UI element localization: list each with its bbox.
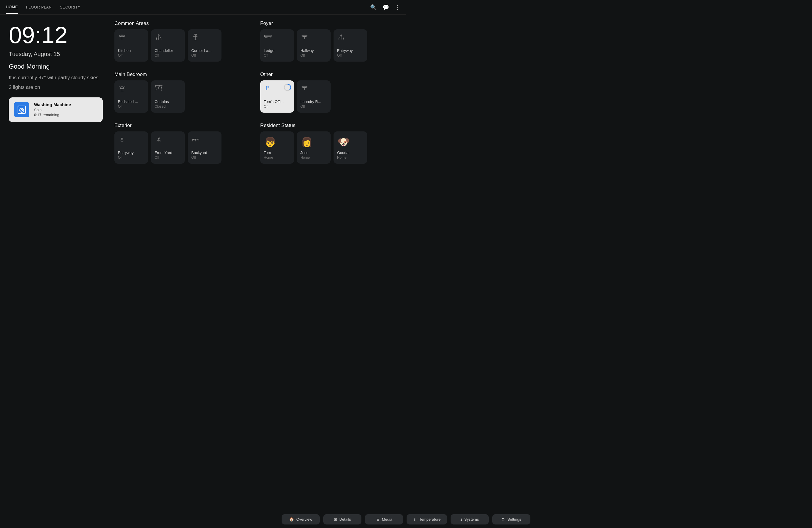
svg-point-26 [302,35,307,37]
svg-rect-4 [20,107,21,107]
svg-point-30 [340,35,342,36]
tile-bedside-lamp[interactable]: Bedside L... Off [114,80,148,113]
curtains-name: Curtains [155,100,169,104]
foyer-section: Foyer [260,20,400,62]
washing-machine-title: Washing Machine [34,102,71,107]
hallway-name: Hallway [300,48,314,54]
tile-front-yard[interactable]: Front Yard Off [151,131,185,164]
tile-jess[interactable]: 👩 Jess Home [297,131,331,164]
corner-lamp-name: Corner La... [191,48,212,54]
tile-backyard[interactable]: Backyard Off [188,131,221,164]
resident-status-title: Resident Status [260,122,400,129]
svg-point-16 [161,39,162,40]
main-layout: 09:12 Tuesday, August 15 Good Morning It… [0,15,406,264]
entryway-foyer-name: Entryway [337,48,353,54]
svg-point-59 [195,139,196,140]
washing-machine-info: Washing Machine Spin 0:17 remaining [34,102,71,117]
toms-office-name: Tom's Offi... [264,100,284,104]
tile-tom[interactable]: 👦 Tom Home [260,131,294,164]
exterior-title: Exterior [114,122,254,129]
svg-point-14 [156,39,157,40]
front-yard-name: Front Yard [155,150,172,156]
nav-security[interactable]: SECURITY [60,1,81,14]
lights-on-text: 2 lights are on [9,85,103,90]
entryway-exterior-icon [118,135,126,146]
main-bedroom-section: Main Bedroom [114,72,254,113]
more-icon[interactable]: ⋮ [395,4,400,11]
svg-marker-38 [120,86,124,89]
tom-status: Home [264,156,273,160]
backyard-icon [191,135,200,146]
chat-icon[interactable]: 💬 [382,4,389,11]
corner-lamp-status: Off [191,54,212,58]
entryway-foyer-icon [337,33,345,43]
laundry-room-icon [300,85,309,94]
svg-point-37 [343,39,344,40]
toms-office-progress-ring [284,83,292,93]
resident-status-tiles: 👦 Tom Home 👩 Jess Home [260,131,400,164]
svg-line-41 [119,86,120,87]
entryway-exterior-name: Entryway [118,150,133,156]
resident-status-section: Resident Status 👦 Tom Home 👩 Jess Hom [260,122,400,164]
svg-point-49 [302,86,307,88]
washing-machine-card[interactable]: Washing Machine Spin 0:17 remaining [9,98,103,122]
other-title: Other [260,72,400,77]
svg-point-9 [158,35,159,36]
svg-point-48 [267,86,269,88]
left-panel: 09:12 Tuesday, August 15 Good Morning It… [0,15,112,264]
laundry-room-status: Off [300,104,321,108]
nav-right-icons: 🔍 💬 ⋮ [370,4,400,11]
bedside-lamp-status: Off [118,104,138,108]
hallway-icon [300,33,309,43]
jess-name: Jess [300,150,310,156]
right-content: Common Areas Kitchen Off [112,15,406,264]
tile-kitchen[interactable]: Kitchen Off [114,29,148,62]
exterior-tiles: Entryway Off [114,131,254,164]
tile-hallway[interactable]: Hallway Off [297,29,331,62]
search-icon[interactable]: 🔍 [370,4,377,11]
svg-line-34 [343,37,344,39]
svg-point-27 [303,35,306,36]
tile-chandelier[interactable]: Chandelier Off [151,29,185,62]
svg-point-58 [193,139,194,140]
tile-corner-lamp[interactable]: Corner La... Off [188,29,221,62]
kitchen-status: Off [118,54,131,58]
top-nav: HOME FLOOR PLAN SECURITY 🔍 💬 ⋮ [0,0,406,15]
nav-home[interactable]: HOME [6,1,18,14]
common-areas-tiles: Kitchen Off [114,29,254,62]
nav-floor-plan[interactable]: FLOOR PLAN [26,1,52,14]
chandelier-icon [155,33,163,43]
chandelier-status: Off [155,54,173,58]
backyard-name: Backyard [191,150,207,156]
washing-machine-icon [14,102,29,117]
svg-point-6 [120,35,124,36]
svg-rect-20 [264,35,271,37]
ledge-status: Off [264,54,274,58]
tile-toms-office[interactable]: Tom's Offi... On [260,80,294,113]
other-section: Other [260,72,400,113]
tile-gouda[interactable]: 🐶 Gouda Home [334,131,367,164]
exterior-section: Exterior Entryway Off [114,122,254,164]
svg-rect-3 [19,107,20,107]
front-yard-status: Off [155,156,172,160]
tile-laundry-room[interactable]: Laundry R... Off [297,80,331,113]
date-display: Tuesday, August 15 [9,50,103,58]
tile-entryway-exterior[interactable]: Entryway Off [114,131,148,164]
hallway-status: Off [300,54,314,58]
ledge-name: Ledge [264,48,274,54]
toms-office-icon [264,85,272,94]
svg-point-36 [341,39,342,40]
gouda-name: Gouda [337,150,348,156]
clock-display: 09:12 [9,24,103,47]
tile-curtains[interactable]: Curtains Closed [151,80,185,113]
curtains-icon [155,85,163,94]
main-bedroom-title: Main Bedroom [114,72,254,77]
kitchen-name: Kitchen [118,48,131,54]
tile-ledge[interactable]: Ledge Off [260,29,294,62]
svg-point-1 [20,108,24,112]
sections-grid: Common Areas Kitchen Off [114,20,400,168]
foyer-tiles: Ledge Off Hallway [260,29,400,62]
other-tiles: Tom's Offi... On [260,80,400,113]
weather-text: It is currently 87° with partly cloudy s… [9,74,103,82]
tile-entryway-foyer[interactable]: Entryway Off [334,29,367,62]
